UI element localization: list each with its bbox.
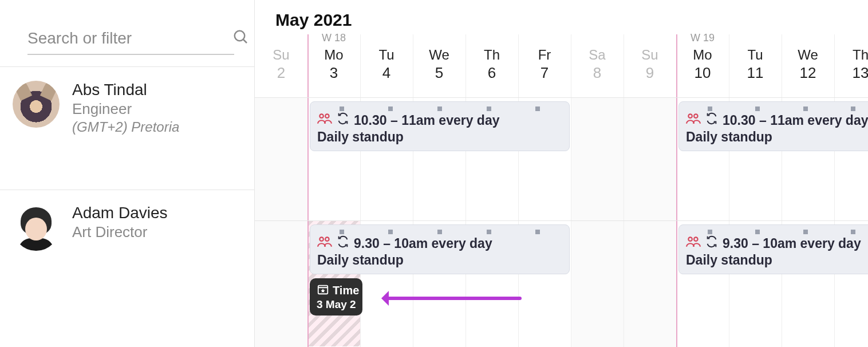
svg-point-7: [325, 237, 329, 241]
event-time: 10.30 – 11am every day: [354, 113, 499, 128]
day-of-week: We: [413, 47, 465, 63]
day-column[interactable]: We5: [413, 30, 465, 93]
day-number: 10: [676, 64, 729, 82]
repeat-icon: [337, 112, 349, 128]
day-number: 9: [624, 64, 676, 82]
people-icon: [686, 235, 701, 251]
svg-point-0: [235, 31, 245, 41]
day-number: 6: [465, 64, 518, 82]
svg-point-4: [688, 114, 692, 118]
day-of-week: We: [782, 47, 834, 63]
day-column[interactable]: Th6: [465, 30, 518, 93]
timeline-header: Su2W 18Mo3Tu4We5Th6Fr7Sa8Su9W 19Mo10Tu11…: [255, 30, 868, 93]
day-column[interactable]: Su9: [624, 30, 676, 93]
day-number: 11: [729, 64, 782, 82]
person-row[interactable]: Adam Davies Art Director: [0, 190, 254, 313]
event-title: Daily standup: [686, 253, 868, 268]
timeline[interactable]: May 2021 Su2W 18Mo3Tu4We5Th6Fr7Sa8Su9W 1…: [255, 0, 868, 347]
day-of-week: Mo: [676, 47, 729, 63]
event-time: 9.30 – 10am every day: [354, 236, 492, 251]
tooltip-date: 3 May 2: [317, 298, 356, 311]
day-column[interactable]: W 19Mo10: [676, 30, 729, 93]
day-of-week: Tu: [360, 47, 413, 63]
week-label: W 18: [322, 32, 346, 44]
person-row[interactable]: Abs Tindal Engineer (GMT+2) Pretoria: [0, 66, 254, 190]
event-tooltip[interactable]: Time 3 May 2: [310, 278, 362, 316]
week-label: W 19: [691, 32, 715, 44]
avatar: [13, 81, 60, 128]
month-label: May 2021: [255, 0, 868, 30]
search-icon: [232, 29, 250, 48]
svg-point-5: [694, 114, 698, 118]
svg-point-2: [319, 114, 323, 118]
event-time: 9.30 – 10am every day: [723, 236, 861, 251]
tooltip-title: Time: [333, 284, 359, 297]
event-time: 10.30 – 11am every day: [723, 113, 868, 128]
annotation-arrow: [384, 297, 522, 300]
svg-point-8: [688, 237, 692, 241]
day-of-week: Th: [834, 47, 868, 63]
day-number: 3: [307, 64, 360, 82]
avatar: [13, 204, 60, 251]
day-column[interactable]: We12: [782, 30, 834, 93]
event-title: Daily standup: [317, 253, 562, 268]
day-column[interactable]: Sa8: [571, 30, 624, 93]
people-icon: [317, 235, 332, 251]
event-card[interactable]: 9.30 – 10am every day Daily standup: [678, 224, 868, 274]
svg-marker-12: [321, 289, 325, 293]
day-of-week: Th: [465, 47, 518, 63]
people-icon: [686, 112, 701, 128]
day-of-week: Sa: [571, 47, 624, 63]
svg-line-1: [243, 40, 247, 43]
search-input[interactable]: [27, 29, 232, 48]
event-card[interactable]: 10.30 – 11am every day Daily standup: [310, 101, 570, 151]
repeat-icon: [705, 235, 718, 251]
person-name: Abs Tindal: [72, 81, 179, 99]
timeline-lane[interactable]: 9.30 – 10am every day Daily standup: [255, 220, 868, 346]
day-number: 4: [360, 64, 413, 82]
day-number: 7: [518, 64, 571, 82]
day-of-week: Tu: [729, 47, 782, 63]
event-card[interactable]: 10.30 – 11am every day Daily standup: [678, 101, 868, 151]
day-number: 8: [571, 64, 624, 82]
day-column[interactable]: Tu11: [729, 30, 782, 93]
svg-point-6: [319, 237, 323, 241]
repeat-icon: [705, 112, 718, 128]
day-of-week: Su: [624, 47, 676, 63]
day-of-week: Mo: [307, 47, 360, 63]
person-role: Art Director: [72, 223, 168, 241]
search-field[interactable]: [27, 29, 234, 55]
day-number: 5: [413, 64, 465, 82]
event-card[interactable]: 9.30 – 10am every day Daily standup: [310, 224, 570, 274]
event-title: Daily standup: [317, 129, 562, 145]
day-column[interactable]: Th13: [834, 30, 868, 93]
calendar-star-icon: [317, 283, 329, 298]
svg-point-3: [325, 114, 329, 118]
timeline-lane[interactable]: 10.30 – 11am every day Daily standup: [255, 97, 868, 220]
day-column[interactable]: Tu4: [360, 30, 413, 93]
svg-point-9: [694, 237, 698, 241]
people-icon: [317, 112, 332, 128]
day-column[interactable]: Su2: [255, 30, 307, 93]
day-of-week: Fr: [518, 47, 571, 63]
person-timezone: (GMT+2) Pretoria: [72, 119, 179, 135]
day-number: 13: [834, 64, 868, 82]
day-number: 2: [255, 64, 307, 82]
day-number: 12: [782, 64, 834, 82]
day-column[interactable]: W 18Mo3: [307, 30, 360, 93]
day-of-week: Su: [255, 47, 307, 63]
event-title: Daily standup: [686, 129, 868, 145]
repeat-icon: [337, 235, 349, 251]
person-role: Engineer: [72, 100, 179, 118]
sidebar: Abs Tindal Engineer (GMT+2) Pretoria Ada…: [0, 0, 255, 347]
person-name: Adam Davies: [72, 204, 168, 222]
day-column[interactable]: Fr7: [518, 30, 571, 93]
